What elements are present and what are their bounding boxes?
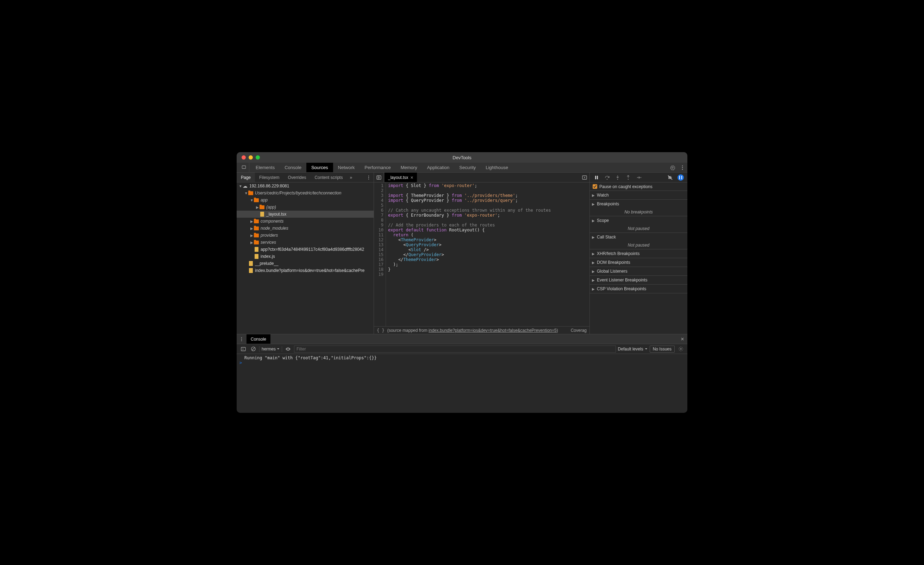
svg-point-13 bbox=[628, 179, 628, 179]
tree-label: index.bundle?platform=ios&dev=true&hot=f… bbox=[255, 268, 364, 273]
pause-resume-icon[interactable] bbox=[592, 174, 601, 182]
no-issues-button[interactable]: No Issues bbox=[650, 346, 675, 353]
file-tree[interactable]: ▼☁192.168.86.229:8081▼Users/cedric/Proje… bbox=[237, 182, 374, 334]
pause-on-exceptions-icon[interactable] bbox=[676, 174, 685, 182]
tree-label: node_modules bbox=[261, 226, 288, 231]
console-filter-input[interactable] bbox=[294, 346, 616, 353]
main-tab-elements[interactable]: Elements bbox=[251, 163, 280, 172]
tree-file[interactable]: index.bundle?platform=ios&dev=true&hot=f… bbox=[237, 267, 374, 274]
dropdown-caret-icon bbox=[645, 348, 648, 350]
section-label: DOM Breakpoints bbox=[597, 260, 630, 265]
main-tab-sources[interactable]: Sources bbox=[306, 163, 333, 172]
run-snippet-icon[interactable] bbox=[580, 175, 590, 180]
debug-section-csp-violation-breakpoints[interactable]: ▶CSP Violation Breakpoints bbox=[590, 285, 687, 293]
debug-section-global-listeners[interactable]: ▶Global Listeners bbox=[590, 267, 687, 275]
code-editor[interactable]: 12345678910111213141516171819 import { S… bbox=[374, 182, 590, 326]
drawer-tab-console[interactable]: Console bbox=[246, 334, 270, 344]
settings-icon[interactable] bbox=[668, 163, 678, 172]
console-sidebar-toggle-icon[interactable] bbox=[240, 346, 247, 353]
main-tab-network[interactable]: Network bbox=[333, 163, 360, 172]
folder-icon bbox=[254, 225, 259, 231]
maximize-window-button[interactable] bbox=[256, 155, 260, 159]
close-drawer-icon[interactable]: × bbox=[678, 334, 687, 344]
console-log-line: Running "main" with {"rootTag":41,"initi… bbox=[240, 355, 684, 360]
main-toolbar: ElementsConsoleSourcesNetworkPerformance… bbox=[237, 163, 687, 173]
main-tab-performance[interactable]: Performance bbox=[360, 163, 396, 172]
more-menu-icon[interactable] bbox=[678, 163, 687, 172]
sources-subtab-filesystem[interactable]: Filesystem bbox=[255, 173, 284, 182]
sources-subtab-content-scripts[interactable]: Content scripts bbox=[310, 173, 347, 182]
live-expression-icon[interactable] bbox=[284, 346, 292, 353]
window-title: DevTools bbox=[237, 155, 687, 160]
section-body: Not paused bbox=[590, 225, 687, 233]
log-levels-selector[interactable]: Default levels bbox=[618, 347, 648, 352]
tree-folder[interactable]: ▶(app) bbox=[237, 204, 374, 210]
source-map-link[interactable]: index.bundle?platform=ios&dev=true&hot=f… bbox=[429, 328, 557, 333]
tree-file[interactable]: index.js bbox=[237, 253, 374, 260]
tree-folder[interactable]: ▶components bbox=[237, 218, 374, 225]
code-content[interactable]: import { Slot } from 'expo-router';impor… bbox=[386, 182, 590, 326]
debug-section-scope[interactable]: ▶Scope bbox=[590, 216, 687, 225]
sources-subtab-overrides[interactable]: Overrides bbox=[284, 173, 310, 182]
console-settings-icon[interactable] bbox=[677, 346, 684, 352]
expand-arrow-icon: ▶ bbox=[592, 278, 596, 282]
main-tab-lighthouse[interactable]: Lighthouse bbox=[481, 163, 513, 172]
inspect-element-icon[interactable] bbox=[240, 163, 249, 172]
console-output[interactable]: Running "main" with {"rootTag":41,"initi… bbox=[237, 354, 687, 413]
debug-section-call-stack[interactable]: ▶Call Stack bbox=[590, 233, 687, 241]
svg-point-14 bbox=[640, 177, 641, 177]
expand-arrow-icon: ▶ bbox=[592, 287, 596, 291]
svg-point-12 bbox=[617, 179, 618, 179]
debug-section-watch[interactable]: ▶Watch bbox=[590, 191, 687, 199]
console-prompt[interactable]: > bbox=[240, 360, 684, 365]
svg-point-16 bbox=[241, 338, 242, 339]
tree-folder[interactable]: ▶providers bbox=[237, 232, 374, 239]
pretty-print-icon[interactable]: { } bbox=[377, 328, 384, 333]
debug-section-event-listener-breakpoints[interactable]: ▶Event Listener Breakpoints bbox=[590, 276, 687, 284]
more-tabs-indicator[interactable]: » bbox=[347, 173, 355, 182]
file-icon bbox=[254, 254, 259, 259]
main-tab-security[interactable]: Security bbox=[454, 163, 481, 172]
pause-on-caught-input[interactable] bbox=[592, 184, 597, 189]
folder-icon bbox=[254, 197, 259, 203]
tree-folder[interactable]: ▼Users/cedric/Projects/bycedric/techconn… bbox=[237, 189, 374, 197]
expand-arrow-icon: ▶ bbox=[592, 235, 596, 239]
clear-console-icon[interactable] bbox=[249, 346, 257, 353]
sources-subtab-page[interactable]: Page bbox=[237, 173, 255, 182]
step-out-icon[interactable] bbox=[624, 174, 633, 182]
editor-file-tab[interactable]: _layout.tsx × bbox=[384, 173, 417, 182]
navigator-menu-icon[interactable] bbox=[364, 173, 374, 182]
toggle-navigator-icon[interactable] bbox=[374, 173, 384, 182]
tree-label: __prelude__ bbox=[255, 261, 279, 266]
tree-folder[interactable]: ▼app bbox=[237, 197, 374, 204]
source-map-info: (source mapped from index.bundle?platfor… bbox=[387, 328, 558, 333]
tree-folder[interactable]: ▶node_modules bbox=[237, 225, 374, 232]
expand-arrow-icon: ▶ bbox=[592, 193, 596, 197]
deactivate-breakpoints-icon[interactable] bbox=[666, 174, 675, 182]
main-tab-application[interactable]: Application bbox=[422, 163, 454, 172]
tree-file[interactable]: __prelude__ bbox=[237, 260, 374, 267]
console-context-selector[interactable]: hermes bbox=[262, 347, 280, 352]
step-into-icon[interactable] bbox=[613, 174, 622, 182]
tree-file[interactable]: app?ctx=f63d4a7484f499117c4cf80a4d9386df… bbox=[237, 246, 374, 253]
tree-label: app?ctx=f63d4a7484f499117c4cf80a4d9386df… bbox=[261, 247, 364, 252]
main-tab-memory[interactable]: Memory bbox=[396, 163, 422, 172]
debug-section-dom-breakpoints[interactable]: ▶DOM Breakpoints bbox=[590, 258, 687, 267]
drawer-tab-strip: Console × bbox=[237, 334, 687, 344]
svg-rect-10 bbox=[597, 176, 598, 179]
tree-folder[interactable]: ▶services bbox=[237, 239, 374, 246]
tree-label: components bbox=[261, 219, 284, 224]
close-file-tab-icon[interactable]: × bbox=[410, 175, 413, 180]
tree-origin[interactable]: ▼☁192.168.86.229:8081 bbox=[237, 182, 374, 189]
file-icon bbox=[254, 246, 259, 252]
close-window-button[interactable] bbox=[242, 155, 246, 159]
tree-file[interactable]: _layout.tsx bbox=[237, 210, 374, 218]
main-tab-console[interactable]: Console bbox=[280, 163, 306, 172]
minimize-window-button[interactable] bbox=[249, 155, 253, 159]
step-icon[interactable] bbox=[634, 174, 644, 182]
pause-on-caught-exceptions-checkbox[interactable]: Pause on caught exceptions bbox=[590, 182, 687, 191]
debug-section-breakpoints[interactable]: ▶Breakpoints bbox=[590, 200, 687, 208]
step-over-icon[interactable] bbox=[603, 174, 612, 182]
debug-section-xhr-fetch-breakpoints[interactable]: ▶XHR/fetch Breakpoints bbox=[590, 249, 687, 258]
drawer-menu-icon[interactable] bbox=[237, 334, 246, 344]
